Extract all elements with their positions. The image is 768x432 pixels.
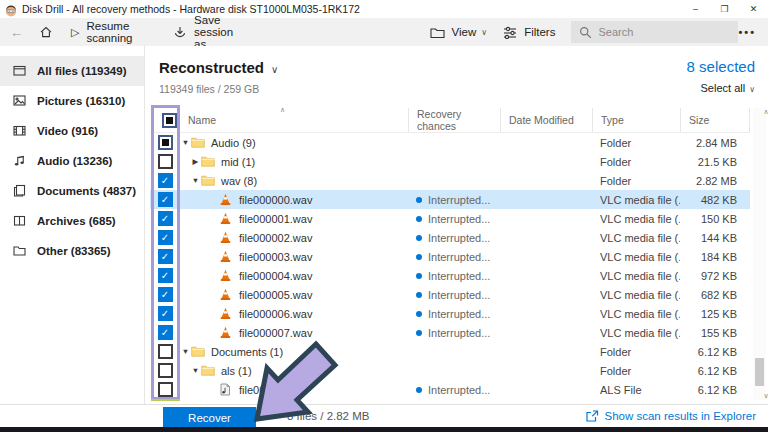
- sidebar-item-pictures[interactable]: Pictures (16310): [0, 86, 144, 116]
- recover-button[interactable]: Recover: [163, 407, 256, 428]
- file-name-cell[interactable]: ▼wav (8): [180, 174, 408, 187]
- video-icon: [13, 124, 27, 138]
- file-name: wav (8): [221, 175, 257, 187]
- maximize-button[interactable]: ❐: [710, 0, 739, 18]
- sidebar-item-all[interactable]: All files (119349): [0, 56, 144, 86]
- save-session-button[interactable]: Save session as...: [194, 14, 257, 50]
- scroll-up-icon[interactable]: ∧: [760, 108, 768, 116]
- collapse-icon[interactable]: ▼: [180, 347, 191, 356]
- table-row[interactable]: ✓file000005.wavInterrupted...VLC media f…: [150, 285, 750, 304]
- column-header-modified[interactable]: Date Modified: [500, 108, 592, 132]
- file-name-cell[interactable]: file000001.wav: [180, 212, 408, 225]
- sidebar-item-documents[interactable]: Documents (4837): [0, 176, 144, 206]
- home-button[interactable]: [39, 25, 53, 39]
- file-name-cell[interactable]: file000004.wav: [180, 269, 408, 282]
- row-checkbox[interactable]: ✓: [150, 306, 180, 321]
- table-row[interactable]: ▶mid (1)Folder21.5 KB: [150, 152, 750, 171]
- resume-scanning-button[interactable]: Resume scanning: [86, 20, 149, 44]
- row-checkbox[interactable]: [150, 135, 180, 150]
- file-name-cell[interactable]: file000007.wav: [180, 326, 408, 339]
- row-checkbox[interactable]: [150, 382, 180, 397]
- view-chevron-icon: ∨: [481, 28, 487, 37]
- recovery-summary: 8 files / 2.82 MB: [287, 410, 369, 422]
- row-checkbox[interactable]: [150, 344, 180, 359]
- more-options-button[interactable]: •••: [738, 26, 756, 38]
- column-header-type[interactable]: Type: [592, 108, 680, 132]
- row-checkbox[interactable]: ✓: [150, 173, 180, 188]
- table-row[interactable]: ✓file000000.wavInterrupted...VLC media f…: [150, 190, 750, 209]
- table-row[interactable]: ✓▼wav (8)Folder2.82 MB: [150, 171, 750, 190]
- collapse-icon[interactable]: ▼: [180, 138, 191, 147]
- file-name-cell[interactable]: file000002.wav: [180, 231, 408, 244]
- folder-icon: [201, 155, 215, 168]
- table-row[interactable]: ▼als (1)Folder6.12 KB: [150, 361, 750, 380]
- sidebar-item-video[interactable]: Video (916): [0, 116, 144, 146]
- select-all-dropdown[interactable]: Select all∨: [701, 82, 756, 94]
- file-name-cell[interactable]: file000003.wav: [180, 250, 408, 263]
- sidebar-item-archives[interactable]: Archives (685): [0, 206, 144, 236]
- vlc-file-icon: [219, 212, 233, 225]
- selected-count: 8 selected: [687, 58, 755, 75]
- column-header-recovery[interactable]: Recovery chances: [408, 108, 500, 132]
- file-name-cell[interactable]: file000006.wav: [180, 307, 408, 320]
- collapse-icon[interactable]: ▼: [190, 366, 201, 375]
- file-name-cell[interactable]: ▶mid (1): [180, 155, 408, 168]
- back-button[interactable]: ←: [10, 25, 23, 40]
- row-checkbox[interactable]: ✓: [150, 287, 180, 302]
- recovery-method-dropdown[interactable]: Reconstructed∨: [159, 59, 278, 76]
- filters-icon[interactable]: [503, 26, 517, 39]
- table-row[interactable]: ✓file000004.wavInterrupted...VLC media f…: [150, 266, 750, 285]
- row-checkbox[interactable]: ✓: [150, 249, 180, 264]
- table-row[interactable]: ✓file000006.wavInterrupted...VLC media f…: [150, 304, 750, 323]
- table-row[interactable]: ✓file000002.wavInterrupted...VLC media f…: [150, 228, 750, 247]
- select-all-label: Select all: [701, 82, 746, 94]
- show-scan-results-link[interactable]: Show scan results in Explorer: [585, 409, 756, 423]
- expand-icon[interactable]: ▶: [190, 157, 201, 166]
- view-folder-icon[interactable]: [430, 26, 445, 39]
- select-all-checkbox[interactable]: [150, 108, 180, 132]
- collapse-icon[interactable]: ▼: [190, 176, 201, 185]
- status-dot-icon: [416, 387, 422, 393]
- row-checkbox[interactable]: ✓: [150, 325, 180, 340]
- table-row[interactable]: ✓file000003.wavInterrupted...VLC media f…: [150, 247, 750, 266]
- row-checkbox[interactable]: ✓: [150, 192, 180, 207]
- scrollbar-thumb[interactable]: [755, 358, 764, 386]
- table-row[interactable]: ▼Documents (1)Folder6.12 KB: [150, 342, 750, 361]
- row-checkbox[interactable]: ✓: [150, 230, 180, 245]
- row-checkbox[interactable]: ✓: [150, 211, 180, 226]
- table-row[interactable]: ▼Audio (9)Folder2.84 MB: [150, 133, 750, 152]
- toolbar: ← ▷ Resume scanning Save session as... V…: [0, 18, 768, 46]
- save-session-icon[interactable]: [173, 25, 187, 39]
- file-size-cell: 184 KB: [680, 251, 750, 263]
- vertical-scrollbar[interactable]: ∧ ∨: [753, 108, 766, 400]
- other-icon: [13, 244, 27, 258]
- row-checkbox[interactable]: [150, 363, 180, 378]
- file-name-cell[interactable]: ▼Audio (9): [180, 136, 408, 149]
- minimize-button[interactable]: –: [681, 0, 710, 18]
- file-name-cell[interactable]: ▼als (1): [180, 364, 408, 377]
- table-row[interactable]: file00000Interrupted...ALS File6.12 KB: [150, 380, 750, 399]
- table-header: Name∧ Recovery chances Date Modified Typ…: [150, 108, 750, 133]
- sidebar-item-label: Audio (13236): [37, 155, 112, 167]
- close-button[interactable]: ✕: [739, 0, 768, 18]
- column-header-name[interactable]: Name∧: [180, 108, 408, 132]
- file-name-cell[interactable]: ▼Documents (1): [180, 345, 408, 358]
- sidebar-item-audio[interactable]: Audio (13236): [0, 146, 144, 176]
- view-button[interactable]: View: [452, 26, 477, 38]
- search-box[interactable]: [571, 21, 738, 43]
- file-name-cell[interactable]: file000000.wav: [180, 193, 408, 206]
- resume-scanning-icon[interactable]: ▷: [71, 26, 79, 39]
- table-row[interactable]: ✓file000001.wavInterrupted...VLC media f…: [150, 209, 750, 228]
- column-header-size[interactable]: Size: [680, 108, 750, 132]
- file-name-cell[interactable]: file00000: [180, 383, 408, 396]
- vlc-file-icon: [219, 326, 233, 339]
- search-input[interactable]: [598, 26, 738, 38]
- vlc-file-icon: [219, 288, 233, 301]
- row-checkbox[interactable]: ✓: [150, 268, 180, 283]
- table-row[interactable]: ✓file000007.wavInterrupted...VLC media f…: [150, 323, 750, 342]
- row-checkbox[interactable]: [150, 154, 180, 169]
- sidebar-item-other[interactable]: Other (83365): [0, 236, 144, 266]
- scroll-down-icon[interactable]: ∨: [760, 392, 768, 400]
- filters-button[interactable]: Filters: [524, 26, 555, 38]
- file-name-cell[interactable]: file000005.wav: [180, 288, 408, 301]
